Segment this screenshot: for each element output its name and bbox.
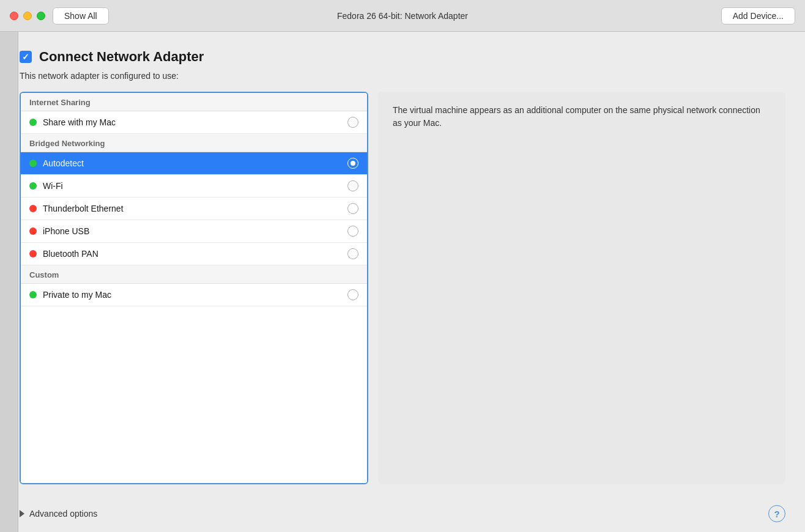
connect-checkbox[interactable] <box>20 51 32 63</box>
help-button[interactable]: ? <box>768 505 785 522</box>
list-item[interactable]: Bluetooth PAN <box>21 243 367 265</box>
advanced-options-label: Advanced options <box>29 509 97 519</box>
status-dot-green <box>29 182 37 190</box>
radio-button[interactable] <box>347 226 358 237</box>
list-item[interactable]: Autodetect <box>21 152 367 175</box>
item-label: iPhone USB <box>43 226 347 236</box>
status-dot-red <box>29 205 37 212</box>
network-list: Internet Sharing Share with my Mac Bridg… <box>20 92 368 484</box>
item-label: Thunderbolt Ethernet <box>43 204 347 213</box>
list-item[interactable]: Wi-Fi <box>21 175 367 198</box>
section-header-internet-sharing: Internet Sharing <box>21 93 367 111</box>
status-dot-red <box>29 250 37 257</box>
add-device-button[interactable]: Add Device... <box>721 7 795 24</box>
page-title: Connect Network Adapter <box>39 49 204 65</box>
subtitle-text: This network adapter is configured to us… <box>20 71 785 81</box>
traffic-lights <box>10 12 45 20</box>
header-section: Connect Network Adapter <box>20 49 785 65</box>
status-dot-green <box>29 160 37 167</box>
main-content: Connect Network Adapter This network ada… <box>0 32 805 497</box>
footer: Advanced options ? <box>0 497 805 532</box>
zoom-button[interactable] <box>37 12 45 20</box>
section-header-custom: Custom <box>21 265 367 284</box>
radio-button-selected[interactable] <box>347 158 358 169</box>
status-dot-green <box>29 119 37 126</box>
list-item[interactable]: iPhone USB <box>21 220 367 243</box>
list-item[interactable]: Share with my Mac <box>21 111 367 134</box>
sidebar-background <box>0 32 18 532</box>
status-dot-red <box>29 227 37 235</box>
close-button[interactable] <box>10 12 18 20</box>
list-item[interactable]: Private to my Mac <box>21 284 367 306</box>
list-spacer <box>21 306 367 483</box>
item-label: Autodetect <box>43 158 347 168</box>
radio-button[interactable] <box>347 248 358 259</box>
radio-button[interactable] <box>347 180 358 191</box>
main-window: Show All Fedora 26 64-bit: Network Adapt… <box>0 0 805 532</box>
section-header-bridged: Bridged Networking <box>21 134 367 152</box>
advanced-options-button[interactable]: Advanced options <box>20 509 97 519</box>
description-text: The virtual machine appears as an additi… <box>393 105 760 128</box>
status-dot-green <box>29 291 37 298</box>
minimize-button[interactable] <box>23 12 32 20</box>
two-col-layout: Internet Sharing Share with my Mac Bridg… <box>20 92 785 484</box>
description-panel: The virtual machine appears as an additi… <box>378 92 785 484</box>
item-label: Wi-Fi <box>43 181 347 191</box>
item-label: Private to my Mac <box>43 290 347 300</box>
window-title: Fedora 26 64-bit: Network Adapter <box>337 11 468 21</box>
show-all-button[interactable]: Show All <box>53 7 109 24</box>
list-item[interactable]: Thunderbolt Ethernet <box>21 198 367 220</box>
item-label: Bluetooth PAN <box>43 249 347 259</box>
radio-button[interactable] <box>347 203 358 214</box>
triangle-icon <box>20 510 24 517</box>
radio-button[interactable] <box>347 289 358 300</box>
titlebar: Show All Fedora 26 64-bit: Network Adapt… <box>0 0 805 32</box>
radio-button[interactable] <box>347 117 358 128</box>
item-label: Share with my Mac <box>43 117 347 127</box>
